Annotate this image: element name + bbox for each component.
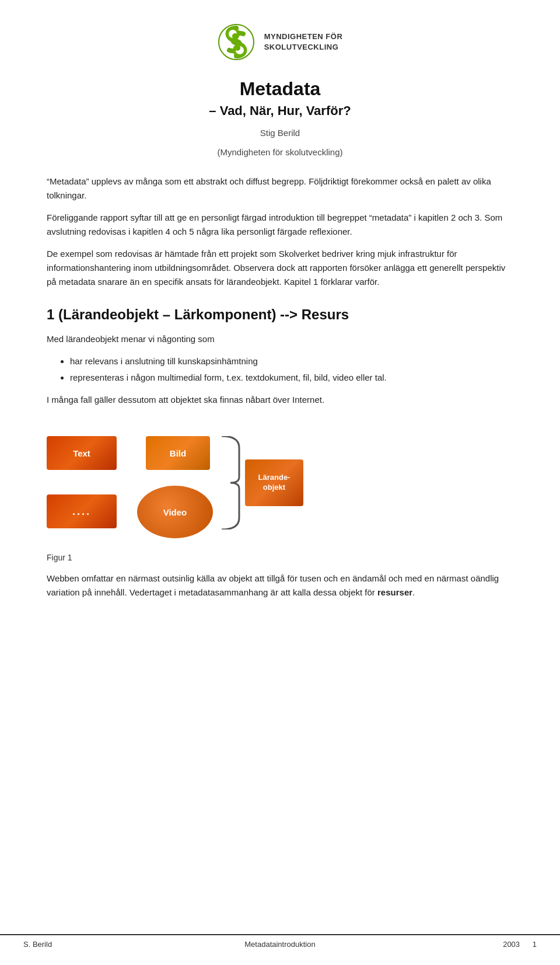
para1: “Metadata” upplevs av många som ett abst… (47, 175, 513, 203)
footer-year: 2003 (503, 940, 520, 949)
bullet-item-1: har relevans i anslutning till kunskapsi… (70, 354, 513, 368)
para2: Föreliggande rapport syftar till att ge … (47, 211, 513, 239)
logo-text: MYNDIGHETEN FÖR SKOLUTVECKLING (264, 32, 343, 53)
diagram-larande-box: Lärande- objekt (245, 459, 303, 506)
diagram-area: Text .... Bild Video Lärande- objekt (47, 424, 513, 541)
footer: S. Berild Metadataintroduktion 2003 1 (0, 934, 560, 953)
bullet-list: har relevans i anslutning till kunskapsi… (70, 354, 513, 385)
svg-point-5 (232, 33, 238, 39)
footer-page: 1 (533, 940, 537, 949)
diagram-bild-box: Bild (146, 436, 210, 470)
main-title: Metadata (47, 78, 513, 100)
footer-left: S. Berild (23, 940, 194, 949)
footer-center: Metadataintroduktion (194, 940, 365, 949)
org-line1: MYNDIGHETEN FÖR (264, 32, 343, 42)
body2-para1: Webben omfattar en närmast outsinlig käl… (47, 572, 513, 600)
section1-intro: Med lärandeobjekt menar vi någonting som (47, 332, 513, 346)
header: MYNDIGHETEN FÖR SKOLUTVECKLING (47, 0, 513, 78)
subtitle: – Vad, När, Hur, Varför? (47, 103, 513, 119)
diagram-video-circle: Video (137, 486, 213, 538)
diagram-dots-label: .... (72, 506, 91, 518)
diagram-bild-label: Bild (170, 448, 186, 458)
diagram-larande-label: Lärande- objekt (258, 473, 290, 493)
bullet-item-2: representeras i någon multimedial form, … (70, 371, 513, 385)
org-line2: SKOLUTVECKLING (264, 42, 343, 53)
body2-text-end: . (412, 587, 415, 597)
title-section: Metadata – Vad, När, Hur, Varför? Stig B… (47, 78, 513, 157)
body2-text-start: Webben omfattar en närmast outsinlig käl… (47, 573, 499, 597)
body2-bold-word: resurser (377, 587, 412, 597)
diagram-video-label: Video (163, 507, 187, 517)
logo-icon (218, 23, 255, 61)
diagram-text-box: Text (47, 436, 117, 470)
section1-heading: 1 (Lärandeobjekt – Lärkomponent) --> Res… (47, 306, 513, 323)
svg-point-6 (235, 45, 240, 51)
para3: De exempel som redovisas är hämtade från… (47, 247, 513, 289)
figur-caption: Figur 1 (47, 553, 513, 562)
diagram-dots-box: .... (47, 494, 117, 528)
page: MYNDIGHETEN FÖR SKOLUTVECKLING Metadata … (0, 0, 560, 965)
diagram-text-label: Text (73, 448, 90, 458)
footer-right: 2003 1 (366, 940, 537, 949)
author-org: (Myndigheten för skolutveckling) (47, 147, 513, 157)
author-name: Stig Berild (47, 128, 513, 138)
section1-footnote: I många fall gäller dessutom att objekte… (47, 393, 513, 407)
diagram-brace (219, 436, 242, 529)
